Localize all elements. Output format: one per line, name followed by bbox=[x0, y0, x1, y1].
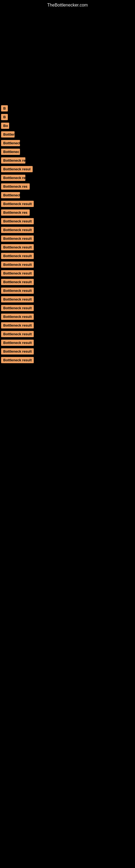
list-item: Bottleneck result bbox=[0, 218, 135, 225]
bottleneck-result-label: Bottleneck result bbox=[1, 322, 34, 329]
bottleneck-result-label: Bottleneck result bbox=[1, 305, 34, 311]
bottleneck-result-label: Bottleneck re bbox=[1, 157, 26, 163]
bottleneck-result-label: Bottleneck result bbox=[1, 279, 34, 285]
items-container: BBBoBottlenBottleneck rBottlenecBottlene… bbox=[0, 9, 135, 364]
list-item: B bbox=[0, 114, 135, 121]
bottleneck-result-label: Bottleneck r bbox=[1, 140, 20, 146]
bottleneck-result-label: Bottleneck result bbox=[1, 331, 34, 337]
bottleneck-result-label: Bottleneck resul bbox=[1, 166, 33, 172]
bottleneck-result-label: Bottleneck result bbox=[1, 261, 34, 268]
bottleneck-result-label: Bottleneck result bbox=[1, 201, 34, 207]
bottleneck-result-label: Bottleneck result bbox=[1, 296, 34, 303]
bottleneck-result-label: Bottleneck bbox=[1, 192, 20, 198]
bottleneck-result-label: Bottleneck result bbox=[1, 236, 34, 242]
bottleneck-result-label: Bottleneck result bbox=[1, 348, 34, 354]
list-item: Bottleneck result bbox=[0, 279, 135, 286]
list-item: Bottleneck res bbox=[0, 183, 135, 191]
list-item: B bbox=[0, 105, 135, 113]
list-item: Bottleneck result bbox=[0, 331, 135, 338]
list-item: Bottleneck result bbox=[0, 287, 135, 295]
list-item: Bottleneck result bbox=[0, 296, 135, 304]
list-item: Bottleneck result bbox=[0, 236, 135, 243]
bottleneck-result-label: B bbox=[1, 114, 8, 120]
list-item: Bottlen bbox=[0, 131, 135, 138]
list-item: Bottleneck result bbox=[0, 322, 135, 330]
list-item: Bottleneck result bbox=[0, 227, 135, 234]
list-item: Bottleneck result bbox=[0, 244, 135, 251]
bottleneck-result-label: Bottleneck result bbox=[1, 270, 34, 276]
bottleneck-result-label: Bottleneck result bbox=[1, 218, 34, 224]
list-item: Bottleneck res bbox=[0, 209, 135, 217]
bottleneck-result-label: Bottleneck res bbox=[1, 183, 30, 190]
bottleneck-result-label: Bottleneck result bbox=[1, 357, 34, 363]
bottleneck-result-label: B bbox=[1, 105, 8, 112]
bottleneck-result-label: Bottleneck result bbox=[1, 287, 34, 294]
list-item: Bottleneck result bbox=[0, 270, 135, 278]
list-item: Bo bbox=[0, 123, 135, 130]
list-item: Bottleneck result bbox=[0, 305, 135, 312]
list-item: Bottleneck result bbox=[0, 314, 135, 321]
list-item: Bottlenec bbox=[0, 149, 135, 156]
bottleneck-result-label: Bottlenec bbox=[1, 149, 20, 155]
bottleneck-result-label: Bottlen bbox=[1, 131, 14, 137]
bottleneck-result-label: Bottleneck result bbox=[1, 244, 34, 250]
list-item: Bottleneck result bbox=[0, 201, 135, 208]
list-item: Bottleneck result bbox=[0, 261, 135, 269]
site-title: TheBottlenecker.com bbox=[0, 0, 135, 9]
bottleneck-result-label: Bo bbox=[1, 123, 9, 129]
bottleneck-result-label: Bottleneck result bbox=[1, 253, 34, 259]
list-item: Bottleneck result bbox=[0, 357, 135, 364]
bottleneck-result-label: Bottleneck result bbox=[1, 314, 34, 320]
list-item: Bottleneck re bbox=[0, 175, 135, 182]
list-item: Bottleneck resul bbox=[0, 166, 135, 173]
list-item: Bottleneck re bbox=[0, 157, 135, 165]
list-item: Bottleneck result bbox=[0, 348, 135, 355]
bottleneck-result-label: Bottleneck result bbox=[1, 340, 34, 346]
list-item: Bottleneck bbox=[0, 192, 135, 199]
bottleneck-result-label: Bottleneck re bbox=[1, 175, 26, 181]
bottleneck-result-label: Bottleneck res bbox=[1, 209, 30, 216]
list-item: Bottleneck r bbox=[0, 140, 135, 147]
bottleneck-result-label: Bottleneck result bbox=[1, 227, 34, 233]
list-item: Bottleneck result bbox=[0, 340, 135, 347]
list-item: Bottleneck result bbox=[0, 253, 135, 260]
